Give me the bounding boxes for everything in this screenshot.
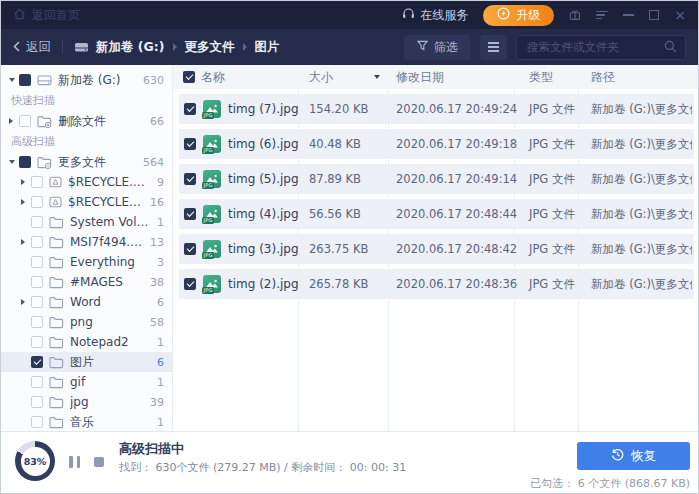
folder-icon: [49, 236, 64, 249]
checkbox-empty[interactable]: [31, 216, 43, 228]
sidebar-item-recycle-bin-2[interactable]: $RECYCLE.BIN 16: [1, 192, 172, 212]
breadcrumb-more-files[interactable]: 更多文件: [185, 39, 235, 56]
expand-arrow-icon[interactable]: [9, 160, 19, 164]
checkbox-empty[interactable]: [31, 416, 43, 428]
column-header-type[interactable]: 类型: [529, 65, 553, 89]
checkbox-empty[interactable]: [31, 296, 43, 308]
restore-icon: [611, 448, 624, 464]
upgrade-button[interactable]: 升级: [483, 5, 554, 26]
sidebar-item-images[interactable]: #MAGES 38: [1, 272, 172, 292]
sidebar-item-png[interactable]: png 58: [1, 312, 172, 332]
file-row[interactable]: JPG timg (5).jpg 87.89 KB 2020.06.17 20:…: [179, 164, 694, 194]
sidebar-item-new-volume[interactable]: 新加卷 (G:) 630: [1, 70, 172, 90]
file-row[interactable]: JPG timg (6).jpg 40.48 KB 2020.06.17 20:…: [179, 129, 694, 159]
divider: [62, 40, 63, 54]
gift-icon[interactable]: [569, 6, 581, 25]
checkbox-empty[interactable]: [31, 256, 43, 268]
sidebar-item-recycle-bin-1[interactable]: $RECYCLE.BIN 9: [1, 172, 172, 192]
expand-arrow-icon[interactable]: [21, 299, 31, 305]
funnel-icon: [417, 40, 428, 54]
sidebar-item-music[interactable]: 音乐 1: [1, 412, 172, 431]
jpg-file-icon: JPG: [203, 205, 221, 223]
minimize-icon[interactable]: [623, 14, 634, 16]
column-header-size[interactable]: 大小: [309, 65, 333, 89]
file-list-panel: 名称 大小 修改日期 类型 路径 JPG timg (7).jpg 154.20…: [173, 65, 698, 431]
maximize-icon[interactable]: [649, 10, 659, 20]
expand-arrow-icon[interactable]: [21, 199, 31, 205]
folder-icon: [49, 416, 64, 429]
back-chevron-icon: [13, 40, 20, 55]
back-button[interactable]: 返回: [13, 39, 51, 56]
expand-arrow-icon[interactable]: [9, 118, 19, 124]
expand-arrow-icon[interactable]: [21, 179, 31, 185]
item-count: 630: [143, 74, 164, 87]
row-checkbox[interactable]: [184, 278, 196, 290]
sidebar-item-everything[interactable]: Everything 3: [1, 252, 172, 272]
breadcrumb-pictures[interactable]: 图片: [255, 39, 280, 56]
folder-icon: [49, 316, 64, 329]
checkbox-empty[interactable]: [31, 176, 43, 188]
filter-label: 筛选: [434, 39, 458, 56]
sidebar-item-system-volume[interactable]: System Volume Inf... 1: [1, 212, 172, 232]
row-checkbox[interactable]: [184, 243, 196, 255]
sort-desc-icon[interactable]: [374, 75, 380, 79]
checkbox-empty[interactable]: [31, 196, 43, 208]
row-checkbox[interactable]: [184, 208, 196, 220]
item-count: 13: [150, 236, 164, 249]
checkbox-empty[interactable]: [31, 316, 43, 328]
checkbox-partial[interactable]: [19, 74, 31, 86]
recover-button[interactable]: 恢复: [577, 442, 690, 470]
select-all-checkbox[interactable]: [183, 71, 195, 83]
file-date: 2020.06.17 20:49:14: [396, 164, 517, 194]
checkbox-empty[interactable]: [31, 276, 43, 288]
checkbox-empty[interactable]: [31, 336, 43, 348]
row-checkbox[interactable]: [184, 173, 196, 185]
checkbox-empty[interactable]: [31, 236, 43, 248]
file-size: 265.78 KB: [309, 269, 368, 299]
expand-arrow-icon[interactable]: [9, 78, 19, 82]
file-type: JPG 文件: [529, 94, 575, 124]
file-name: timg (4).jpg: [228, 199, 299, 229]
item-count: 58: [150, 316, 164, 329]
row-checkbox[interactable]: [184, 103, 196, 115]
sidebar-item-gif[interactable]: gif 1: [1, 372, 172, 392]
stop-button[interactable]: [94, 457, 104, 467]
close-icon[interactable]: ×: [674, 8, 686, 22]
sidebar-item-msi-tmp[interactable]: MSI7f494.tmp 13: [1, 232, 172, 252]
expand-arrow-icon[interactable]: [21, 239, 31, 245]
pause-button[interactable]: [69, 456, 80, 468]
column-header-name[interactable]: 名称: [201, 65, 225, 89]
home-button[interactable]: 返回首页: [13, 7, 80, 24]
search-input[interactable]: [525, 39, 658, 55]
breadcrumb-drive[interactable]: 新加卷 (G:): [96, 39, 165, 56]
item-count: 1: [157, 376, 164, 389]
row-checkbox[interactable]: [184, 138, 196, 150]
filter-button[interactable]: 筛选: [404, 35, 471, 60]
file-row[interactable]: JPG timg (3).jpg 263.75 KB 2020.06.17 20…: [179, 234, 694, 264]
jpg-file-icon: JPG: [203, 240, 221, 258]
view-list-button[interactable]: [480, 35, 507, 60]
column-header-date[interactable]: 修改日期: [396, 65, 444, 89]
checkbox-partial[interactable]: [19, 156, 31, 168]
checkbox-checked[interactable]: [31, 356, 43, 368]
menu-icon[interactable]: [596, 11, 608, 20]
file-row[interactable]: JPG timg (4).jpg 56.56 KB 2020.06.17 20:…: [179, 199, 694, 229]
file-size: 40.48 KB: [309, 129, 361, 159]
title-bar: 返回首页 在线服务 升级 ×: [1, 1, 698, 29]
sidebar-item-notepad2[interactable]: Notepad2 1: [1, 332, 172, 352]
file-row[interactable]: JPG timg (2).jpg 265.78 KB 2020.06.17 20…: [179, 269, 694, 299]
sidebar-item-pictures[interactable]: 图片 6: [1, 352, 172, 372]
sidebar-item-jpg[interactable]: jpg 39: [1, 392, 172, 412]
sidebar-item-deleted-files[interactable]: 删除文件 66: [1, 111, 172, 131]
checkbox-empty[interactable]: [31, 376, 43, 388]
search-icon[interactable]: [664, 38, 677, 57]
file-row[interactable]: JPG timg (7).jpg 154.20 KB 2020.06.17 20…: [179, 94, 694, 124]
sidebar-item-word[interactable]: Word 6: [1, 292, 172, 312]
column-header-path[interactable]: 路径: [591, 65, 615, 89]
online-service-button[interactable]: 在线服务: [402, 7, 468, 24]
file-path: 新加卷 (G:)\更多文件...: [591, 94, 692, 124]
checkbox-empty[interactable]: [19, 115, 31, 127]
checkbox-empty[interactable]: [31, 396, 43, 408]
sidebar-item-more-files[interactable]: 更多文件 564: [1, 152, 172, 172]
scan-progress-ring: 83%: [15, 441, 55, 481]
